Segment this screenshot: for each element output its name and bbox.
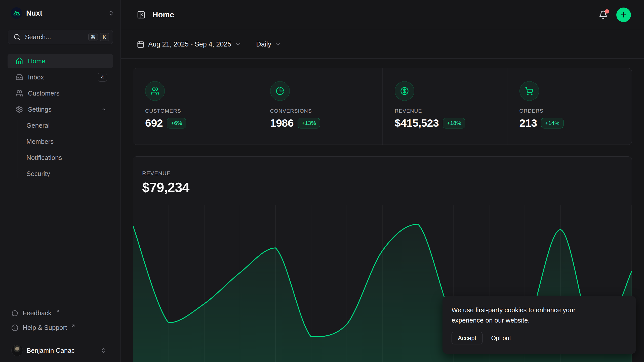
stat-delta-badge: +18% xyxy=(443,118,465,128)
stat-label: REVENUE xyxy=(395,108,497,114)
stat-card-orders[interactable]: ORDERS 213 +14% xyxy=(507,68,632,145)
date-range-value: Aug 21, 2025 - Sep 4, 2025 xyxy=(148,40,231,48)
sidebar-item-customers[interactable]: Customers xyxy=(8,86,113,101)
add-button[interactable] xyxy=(616,8,631,22)
chevrons-up-down-icon xyxy=(108,10,114,16)
external-link-icon xyxy=(56,309,60,313)
gear-icon xyxy=(16,106,23,113)
help-support-link[interactable]: Help & Support xyxy=(8,322,113,334)
sidebar-item-label: Settings xyxy=(28,106,52,113)
workspace-switcher[interactable]: Nuxt xyxy=(11,7,114,20)
notifications-button[interactable] xyxy=(599,10,608,19)
home-icon xyxy=(16,57,23,65)
nuxt-logo-icon xyxy=(11,7,22,19)
stat-card-revenue[interactable]: REVENUE $415,523 +18% xyxy=(382,68,507,145)
sidebar-item-general[interactable]: General xyxy=(8,118,113,133)
help-support-label: Help & Support xyxy=(23,324,67,332)
stat-label: ORDERS xyxy=(519,108,622,114)
date-range-picker[interactable]: Aug 21, 2025 - Sep 4, 2025 xyxy=(137,40,242,48)
page-title: Home xyxy=(152,10,174,19)
search-shortcut: ⌘ K xyxy=(88,33,109,41)
user-menu[interactable]: Benjamin Canac xyxy=(8,339,113,362)
sidebar: Nuxt Search... ⌘ K Home Inbox 4 Customer… xyxy=(0,0,121,362)
chevron-down-icon xyxy=(274,41,281,48)
search-placeholder: Search... xyxy=(25,33,51,41)
chevron-down-icon xyxy=(235,41,242,48)
chevrons-up-down-icon xyxy=(100,347,107,354)
stat-label: CUSTOMERS xyxy=(145,108,248,114)
sidebar-item-members[interactable]: Members xyxy=(8,134,113,149)
sidebar-item-home[interactable]: Home xyxy=(8,54,113,68)
info-circle-icon xyxy=(11,324,18,331)
calendar-icon xyxy=(137,40,144,48)
users-icon xyxy=(16,89,23,97)
subnav-label: General xyxy=(26,122,50,129)
external-link-icon xyxy=(71,324,75,328)
notification-dot xyxy=(605,9,609,14)
stat-value: 1986 xyxy=(270,117,294,129)
k-key: K xyxy=(100,33,109,41)
chart-title: REVENUE xyxy=(142,170,623,177)
search-input[interactable]: Search... ⌘ K xyxy=(8,30,113,44)
stat-delta-badge: +13% xyxy=(298,118,320,128)
avatar xyxy=(11,345,23,356)
stat-value: 692 xyxy=(145,117,163,129)
stat-card-conversions[interactable]: CONVERSIONS 1986 +13% xyxy=(258,68,383,145)
feedback-link[interactable]: Feedback xyxy=(8,307,113,320)
sidebar-item-label: Home xyxy=(28,57,45,65)
panel-collapse-icon xyxy=(137,11,145,19)
cart-icon xyxy=(519,81,539,101)
plus-icon xyxy=(620,11,627,19)
pie-chart-icon xyxy=(270,81,290,101)
stat-card-customers[interactable]: CUSTOMERS 692 +6% xyxy=(133,68,258,145)
chat-bubble-icon xyxy=(11,310,18,317)
dollar-circle-icon xyxy=(395,81,414,101)
chevron-up-icon xyxy=(101,106,107,112)
filter-bar: Aug 21, 2025 - Sep 4, 2025 Daily xyxy=(121,30,644,59)
sidebar-item-notifications[interactable]: Notifications xyxy=(8,150,113,165)
cmd-key: ⌘ xyxy=(88,33,98,41)
stat-label: CONVERSIONS xyxy=(270,108,373,114)
optout-cookies-button[interactable]: Opt out xyxy=(491,335,511,342)
users-icon xyxy=(145,81,165,101)
sidebar-item-inbox[interactable]: Inbox 4 xyxy=(8,70,113,84)
inbox-icon xyxy=(16,73,23,81)
sidebar-item-security[interactable]: Security xyxy=(8,166,113,181)
subnav-label: Notifications xyxy=(26,154,62,162)
collapse-sidebar-button[interactable] xyxy=(137,11,145,19)
stat-value: 213 xyxy=(519,117,537,129)
subnav-label: Security xyxy=(26,170,50,178)
sidebar-item-label: Inbox xyxy=(28,73,44,81)
stat-delta-badge: +6% xyxy=(167,118,186,128)
granularity-value: Daily xyxy=(256,40,271,48)
sidebar-item-label: Customers xyxy=(28,89,60,97)
user-name: Benjamin Canac xyxy=(27,347,75,354)
topbar: Home xyxy=(121,0,644,30)
stats-row: CUSTOMERS 692 +6% CONVERSIONS 1986 +13% … xyxy=(133,68,632,145)
sidebar-item-settings[interactable]: Settings xyxy=(8,102,113,117)
search-icon xyxy=(14,33,21,40)
brand-name: Nuxt xyxy=(26,9,42,17)
stat-value: $415,523 xyxy=(395,117,439,129)
subnav-label: Members xyxy=(26,138,54,146)
sidebar-footer: Feedback Help & Support Benjamin Canac xyxy=(0,307,120,362)
feedback-label: Feedback xyxy=(23,309,51,317)
stat-delta-badge: +14% xyxy=(541,118,564,128)
sidebar-nav: Home Inbox 4 Customers Settings General … xyxy=(0,54,120,183)
settings-subnav: General Members Notifications Security xyxy=(8,118,113,181)
cookie-banner: We use first-party cookies to enhance yo… xyxy=(442,296,636,354)
chart-total-value: $79,234 xyxy=(142,180,623,195)
granularity-select[interactable]: Daily xyxy=(256,40,281,48)
accept-cookies-button[interactable]: Accept xyxy=(452,332,482,344)
inbox-count-badge: 4 xyxy=(98,73,107,82)
cookie-message: We use first-party cookies to enhance yo… xyxy=(452,305,600,325)
